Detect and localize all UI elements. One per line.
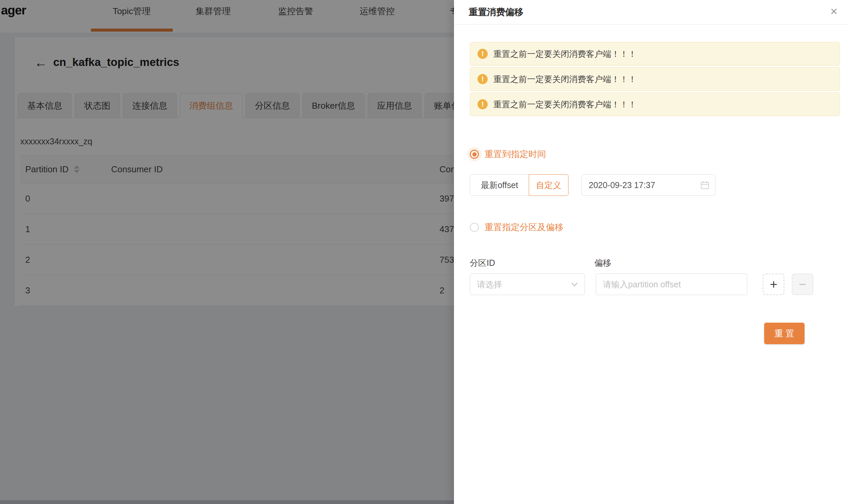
warning-text: 重置之前一定要关闭消费客户端！！！ — [494, 74, 637, 85]
warning-alert: ! 重置之前一定要关闭消费客户端！！！ — [470, 92, 840, 116]
warning-alert: ! 重置之前一定要关闭消费客户端！！！ — [470, 42, 840, 66]
datetime-input[interactable] — [582, 175, 715, 196]
radio-reset-by-time-label: 重置到指定时间 — [485, 148, 546, 160]
drawer-body: ! 重置之前一定要关闭消费客户端！！！ ! 重置之前一定要关闭消费客户端！！！ … — [454, 24, 848, 504]
field-labels-row: 分区ID 偏移 — [470, 257, 840, 268]
radio-unselected-icon[interactable] — [470, 223, 479, 232]
latest-offset-button[interactable]: 最新offset — [470, 174, 529, 196]
warning-text: 重置之前一定要关闭消费客户端！！！ — [494, 99, 637, 110]
radio-reset-by-partition-label: 重置指定分区及偏移 — [485, 221, 564, 233]
warning-icon: ! — [478, 99, 488, 109]
partition-id-select[interactable]: 请选择 — [470, 273, 585, 295]
warning-text: 重置之前一定要关闭消费客户端！！！ — [494, 49, 637, 59]
partition-offset-inputs-row: 请选择 + − — [470, 273, 840, 295]
radio-reset-by-partition[interactable]: 重置指定分区及偏移 — [470, 221, 840, 233]
partition-offset-input[interactable] — [596, 274, 747, 295]
calendar-icon — [700, 180, 710, 190]
add-row-button[interactable]: + — [763, 273, 784, 295]
remove-row-button[interactable]: − — [792, 273, 813, 295]
offset-input-box — [596, 273, 747, 295]
warning-alert: ! 重置之前一定要关闭消费客户端！！！ — [470, 67, 840, 91]
partition-id-label: 分区ID — [470, 257, 495, 269]
reset-submit-button[interactable]: 重 置 — [764, 323, 804, 344]
kafka-manager-app: ager Topic管理 集群管理 监控告警 运维管控 专家 ← cn_kafk… — [0, 0, 848, 504]
drawer-footer: 重 置 — [470, 323, 840, 344]
reset-offset-drawer: 重置消费偏移 ✕ ! 重置之前一定要关闭消费客户端！！！ ! 重置之前一定要关闭… — [454, 0, 848, 504]
drawer-header: 重置消费偏移 ✕ — [454, 0, 848, 24]
datetime-picker[interactable] — [582, 174, 715, 196]
select-placeholder: 请选择 — [477, 274, 502, 295]
radio-selected-icon[interactable] — [470, 150, 479, 159]
warning-icon: ! — [478, 49, 488, 59]
radio-reset-by-time[interactable]: 重置到指定时间 — [470, 148, 840, 160]
warning-icon: ! — [478, 74, 488, 84]
drawer-title: 重置消费偏移 — [469, 0, 523, 24]
close-icon[interactable]: ✕ — [828, 0, 840, 24]
custom-offset-button[interactable]: 自定义 — [529, 174, 569, 196]
chevron-down-icon — [571, 280, 578, 288]
offset-label: 偏移 — [594, 257, 611, 269]
time-reset-controls: 最新offset 自定义 — [470, 174, 840, 196]
